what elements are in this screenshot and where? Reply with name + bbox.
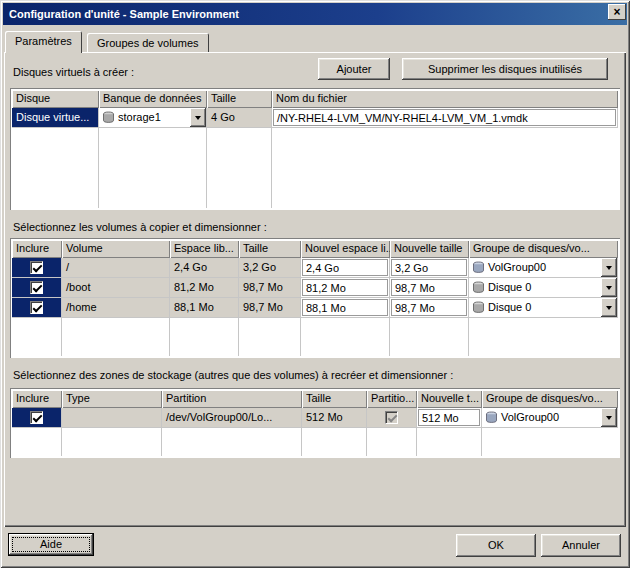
chevron-down-icon (606, 306, 612, 310)
disk-size-cell: 4 Go (207, 108, 272, 127)
column-header-disque[interactable]: Disque (12, 90, 99, 108)
close-button[interactable]: × (608, 4, 626, 20)
datastore-dropdown-button[interactable] (190, 108, 206, 127)
disks-table: Disque Banque de données Taille Nom du f… (10, 88, 620, 210)
datastore-combobox[interactable]: storage1 (99, 108, 207, 127)
column-header-type[interactable]: Type (62, 390, 162, 408)
new-size-input[interactable]: 512 Mo (418, 409, 480, 426)
chevron-down-icon (606, 266, 612, 270)
type-cell (62, 408, 162, 427)
volumes-table-empty-area (12, 318, 618, 356)
include-checkbox[interactable] (30, 261, 43, 274)
column-header-taille[interactable]: Taille (207, 90, 272, 108)
include-checkbox-cell[interactable] (12, 258, 62, 277)
volumes-section-label: Sélectionnez les volumes à copier et dim… (13, 221, 267, 233)
column-header-nouvelle-taille[interactable]: Nouvelle taille (390, 240, 469, 258)
new-size-cell[interactable]: 512 Mo (417, 408, 482, 427)
include-checkbox-cell[interactable] (12, 278, 62, 297)
window-title: Configuration d'unité - Sample Environme… (9, 8, 239, 20)
tab-groupes-de-volumes[interactable]: Groupes de volumes (87, 33, 209, 52)
disks-table-header: Disque Banque de données Taille Nom du f… (12, 90, 618, 108)
column-header-partition-boot[interactable]: Partitio... (367, 390, 417, 408)
disk-group-value: VolGroup00 (485, 261, 599, 274)
new-size-cell[interactable]: 98,7 Mo (390, 298, 469, 317)
remove-unused-disks-button[interactable]: Supprimer les disques inutilisés (402, 58, 608, 80)
include-checkbox-cell[interactable] (12, 298, 62, 317)
include-checkbox-cell[interactable] (12, 408, 62, 427)
filename-input[interactable]: /NY-RHEL4-LVM_VM/NY-RHEL4-LVM_VM_1.vmdk (273, 109, 616, 126)
column-header-volume[interactable]: Volume (62, 240, 170, 258)
include-checkbox[interactable] (30, 301, 43, 314)
table-row: / 2,4 Go 3,2 Go 2,4 Go 3,2 Go VolGroup00 (12, 258, 618, 278)
disk-group-value: VolGroup00 (498, 411, 599, 424)
column-header-inclure[interactable]: Inclure (12, 240, 62, 258)
cancel-button[interactable]: Annuler (541, 534, 621, 557)
new-free-space-cell[interactable]: 81,2 Mo (301, 278, 390, 297)
table-row: /home 88,1 Mo 98,7 Mo 88,1 Mo 98,7 Mo Di… (12, 298, 618, 318)
new-free-space-input[interactable]: 2,4 Go (302, 259, 388, 276)
column-header-partition[interactable]: Partition (162, 390, 302, 408)
disk-group-combobox[interactable]: VolGroup00 (469, 258, 618, 277)
close-icon: × (613, 6, 620, 18)
disk-group-dropdown-button[interactable] (601, 278, 617, 297)
disk-group-combobox[interactable]: VolGroup00 (482, 408, 618, 427)
tab-panel-parametres: Disques virtuels à créer : Ajouter Suppr… (4, 52, 626, 527)
datastore-icon (102, 111, 115, 124)
disk-icon (472, 261, 485, 274)
tab-parametres[interactable]: Paramètres (5, 31, 82, 53)
column-header-inclure[interactable]: Inclure (12, 390, 62, 408)
new-free-space-input[interactable]: 88,1 Mo (302, 299, 388, 316)
new-free-space-cell[interactable]: 2,4 Go (301, 258, 390, 277)
include-checkbox[interactable] (30, 411, 43, 424)
volumes-table: Inclure Volume Espace lib... Taille Nouv… (10, 238, 620, 358)
free-space-cell: 88,1 Mo (170, 298, 239, 317)
filename-cell[interactable]: /NY-RHEL4-LVM_VM/NY-RHEL4-LVM_VM_1.vmdk (272, 108, 618, 127)
new-size-cell[interactable]: 98,7 Mo (390, 278, 469, 297)
disk-group-value: Disque 0 (485, 281, 599, 294)
table-row: /boot 81,2 Mo 98,7 Mo 81,2 Mo 98,7 Mo Di… (12, 278, 618, 298)
storage-table-header: Inclure Type Partition Taille Partitio..… (12, 390, 618, 408)
column-header-taille[interactable]: Taille (302, 390, 367, 408)
ok-button[interactable]: OK (456, 534, 536, 557)
disk-icon (485, 411, 498, 424)
new-size-input[interactable]: 3,2 Go (391, 259, 467, 276)
new-size-cell[interactable]: 3,2 Go (390, 258, 469, 277)
disk-group-dropdown-button[interactable] (601, 258, 617, 277)
size-cell: 98,7 Mo (239, 278, 301, 297)
table-row: /dev/VolGroup00/Lo... 512 Mo 512 Mo VolG… (12, 408, 618, 428)
help-button[interactable]: Aide (8, 533, 94, 556)
add-disk-button[interactable]: Ajouter (318, 58, 390, 80)
new-size-input[interactable]: 98,7 Mo (391, 299, 467, 316)
boot-partition-checkbox-cell (367, 408, 417, 427)
disk-group-combobox[interactable]: Disque 0 (469, 278, 618, 297)
datastore-value: storage1 (115, 111, 188, 124)
new-free-space-cell[interactable]: 88,1 Mo (301, 298, 390, 317)
volume-cell: /home (62, 298, 170, 317)
column-header-fichier[interactable]: Nom du fichier (272, 90, 618, 108)
column-header-taille[interactable]: Taille (239, 240, 301, 258)
new-free-space-input[interactable]: 81,2 Mo (302, 279, 388, 296)
column-header-banque[interactable]: Banque de données (99, 90, 207, 108)
new-size-input[interactable]: 98,7 Mo (391, 279, 467, 296)
volume-cell: / (62, 258, 170, 277)
storage-section-label: Sélectionnez des zones de stockage (autr… (13, 369, 453, 381)
titlebar[interactable]: Configuration d'unité - Sample Environme… (3, 3, 627, 25)
column-header-nouvel-espace[interactable]: Nouvel espace li... (301, 240, 390, 258)
free-space-cell: 81,2 Mo (170, 278, 239, 297)
column-header-groupe[interactable]: Groupe de disques/vo... (469, 240, 618, 258)
disk-group-dropdown-button[interactable] (601, 408, 617, 427)
disk-group-dropdown-button[interactable] (601, 298, 617, 317)
column-header-groupe[interactable]: Groupe de disques/vo... (482, 390, 618, 408)
include-checkbox[interactable] (30, 281, 43, 294)
disks-section-label: Disques virtuels à créer : (13, 66, 134, 78)
chevron-down-icon (606, 286, 612, 290)
column-header-espace[interactable]: Espace lib... (170, 240, 239, 258)
free-space-cell: 2,4 Go (170, 258, 239, 277)
column-header-nouvelle-taille[interactable]: Nouvelle t... (417, 390, 482, 408)
disk-name-cell[interactable]: Disque virtue... (12, 108, 99, 127)
disks-table-empty-area (12, 128, 618, 208)
storage-table: Inclure Type Partition Taille Partitio..… (10, 388, 620, 458)
volume-cell: /boot (62, 278, 170, 297)
disk-icon (472, 301, 485, 314)
disk-group-combobox[interactable]: Disque 0 (469, 298, 618, 317)
